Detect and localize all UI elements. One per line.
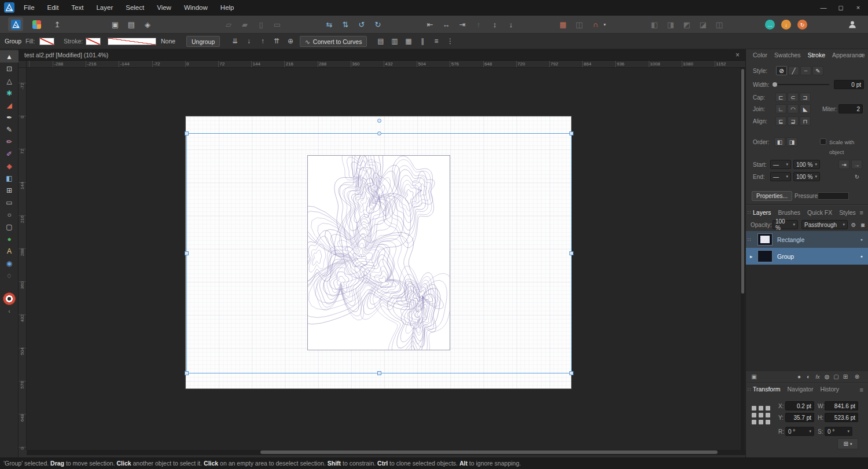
- layer-thumbnail[interactable]: [757, 250, 773, 262]
- ctx-align-center-button[interactable]: ▥: [389, 34, 400, 49]
- menu-edit[interactable]: Edit: [41, 0, 65, 16]
- move-to-back-button[interactable]: ⇊: [229, 34, 241, 49]
- selection-handle-mid-right[interactable]: [569, 251, 573, 255]
- pen-tool[interactable]: ✒: [0, 111, 19, 123]
- tab-quick-fx[interactable]: Quick FX: [807, 209, 832, 216]
- stroke-style-preview[interactable]: [108, 38, 156, 45]
- fx-icon[interactable]: fx: [813, 372, 822, 382]
- geometry-subtract-button[interactable]: ◨: [663, 17, 678, 31]
- lock-layer-icon[interactable]: ◙: [858, 220, 867, 230]
- selection-handle-bottom-center[interactable]: [377, 371, 381, 375]
- menu-layer[interactable]: Layer: [90, 0, 119, 16]
- stroke-style-brush-button[interactable]: ✎: [812, 66, 823, 75]
- designer-persona-button[interactable]: [8, 17, 23, 31]
- ctx-distribute-h-button[interactable]: ∥: [417, 34, 428, 49]
- artistic-text-tool[interactable]: A: [0, 245, 19, 257]
- snapping-options-caret[interactable]: ▾: [601, 17, 609, 31]
- transform-panel-menu-icon[interactable]: ≡: [860, 384, 863, 395]
- pencil-tool[interactable]: ✎: [0, 123, 19, 135]
- scale-with-object-checkbox[interactable]: [820, 138, 826, 145]
- expand-chevron-icon[interactable]: ▸: [750, 254, 753, 259]
- stroke-align-center-button[interactable]: ⊑: [775, 116, 786, 126]
- layer-name[interactable]: Group: [777, 253, 794, 260]
- swap-ends-button[interactable]: ⇥: [838, 160, 849, 169]
- geometry-add-button[interactable]: ◧: [647, 17, 662, 31]
- end-size-dropdown[interactable]: 100 %▾: [793, 172, 820, 181]
- adjustment-icon[interactable]: ◐: [804, 372, 813, 382]
- rotation-dropdown[interactable]: 0 °▾: [785, 427, 814, 436]
- layer-row-group[interactable]: ▸ Group ●: [746, 248, 868, 265]
- geometry-intersect-button[interactable]: ◩: [679, 17, 694, 31]
- selection-box[interactable]: [186, 133, 572, 373]
- ctx-distribute-m-button[interactable]: ≡: [431, 34, 442, 49]
- color-selector-donut[interactable]: [3, 292, 16, 305]
- stroke-style-dash-button[interactable]: ┄: [800, 66, 811, 75]
- menu-select[interactable]: Select: [119, 0, 150, 16]
- chat-button[interactable]: …: [765, 20, 775, 30]
- canvas[interactable]: [27, 68, 745, 450]
- tab-brushes[interactable]: Brushes: [778, 209, 801, 216]
- h-input[interactable]: [825, 413, 858, 422]
- vertical-ruler[interactable]: -72072144216288360432504576648720: [19, 68, 27, 450]
- paint-brush-tool[interactable]: ✐: [0, 148, 19, 160]
- fill-swatch[interactable]: [39, 38, 54, 45]
- stroke-style-none-button[interactable]: ⊘: [776, 66, 787, 75]
- insert-on-top-button[interactable]: ▯: [253, 17, 269, 31]
- join-miter-button[interactable]: ∟: [775, 104, 786, 113]
- horizontal-scrollbar-thumb[interactable]: [260, 450, 718, 454]
- layer-thumbnail[interactable]: [757, 233, 773, 246]
- ellipse-tool[interactable]: ○: [0, 208, 19, 221]
- order-behind-button[interactable]: ◨: [786, 137, 797, 146]
- cap-round-button[interactable]: ⊂: [788, 93, 799, 102]
- align-middle-button[interactable]: ↕: [487, 17, 502, 31]
- app-logo-icon[interactable]: [4, 2, 14, 14]
- ctx-distribute-v-button[interactable]: ⋮: [444, 34, 456, 49]
- document-tab[interactable]: test al2.pdf [Modified] (101.4%): [24, 49, 108, 61]
- edit-all-layers-button[interactable]: ▭: [270, 17, 285, 31]
- align-right-button[interactable]: ⇥: [455, 17, 470, 31]
- stroke-align-outside-button[interactable]: ⊓: [800, 116, 811, 126]
- point-transform-tool[interactable]: ✱: [0, 87, 19, 99]
- tab-styles[interactable]: Styles: [839, 209, 856, 216]
- align-top-button[interactable]: ↑: [471, 17, 486, 31]
- cap-square-button[interactable]: ⊐: [800, 93, 811, 102]
- transform-mode-button[interactable]: ⊞▾: [837, 438, 858, 449]
- selection-handle-top-right[interactable]: [569, 131, 573, 135]
- layer-row-rectangle[interactable]: ∷ Rectangle ●: [746, 231, 868, 248]
- transform-origin-button[interactable]: ⊕: [285, 34, 296, 49]
- tab-color[interactable]: Color: [753, 52, 767, 58]
- menu-view[interactable]: View: [150, 0, 178, 16]
- vertical-scrollbar-thumb[interactable]: [741, 69, 744, 294]
- convert-to-curves-button[interactable]: ∿ Convert to Curves: [300, 36, 367, 47]
- artboard-tool[interactable]: ⊡: [0, 63, 19, 75]
- layers-panel-grip-icon[interactable]: ∷: [748, 207, 751, 218]
- stroke-width-slider[interactable]: [773, 84, 829, 85]
- opacity-dropdown[interactable]: 100 %▾: [773, 220, 798, 229]
- account-button[interactable]: [845, 17, 860, 31]
- rotation-button[interactable]: ◈: [140, 17, 155, 31]
- insert-inside-button[interactable]: ▰: [237, 17, 252, 31]
- transparency-tool[interactable]: ◧: [0, 172, 19, 184]
- close-button[interactable]: ×: [849, 0, 867, 16]
- rotation-handle[interactable]: [377, 119, 381, 123]
- layer-name[interactable]: Rectangle: [777, 236, 804, 243]
- toggle-guides-button[interactable]: ▤: [124, 17, 139, 31]
- layer-visibility-dot[interactable]: ●: [860, 237, 863, 241]
- selection-handle-top-left[interactable]: [185, 131, 189, 135]
- stroke-align-inside-button[interactable]: ⊒: [788, 116, 799, 126]
- menu-help[interactable]: Help: [214, 0, 241, 16]
- flip-vertical-button[interactable]: ⇅: [338, 17, 353, 31]
- ruler-origin-box[interactable]: [19, 61, 27, 68]
- maximize-button[interactable]: ◻: [832, 0, 849, 16]
- transform-panel-grip-icon[interactable]: ∷: [748, 384, 751, 395]
- pixel-persona-button[interactable]: [29, 17, 44, 31]
- menu-text[interactable]: Text: [65, 0, 90, 16]
- rotate-ccw-button[interactable]: ↺: [354, 17, 369, 31]
- end-style-dropdown[interactable]: —▾: [770, 172, 791, 181]
- vertical-scrollbar[interactable]: [741, 68, 745, 450]
- layer-visibility-dot[interactable]: ●: [860, 254, 863, 258]
- x-input[interactable]: [785, 401, 814, 411]
- snapping-grid-button[interactable]: ▦: [556, 17, 571, 31]
- geometry-divide-button[interactable]: ◪: [696, 17, 711, 31]
- ctx-align-right-button[interactable]: ▦: [403, 34, 414, 49]
